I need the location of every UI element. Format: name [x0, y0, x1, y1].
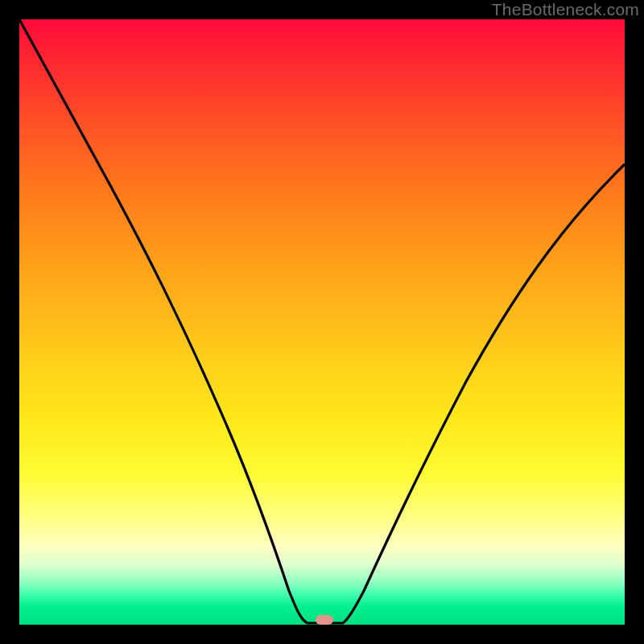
bottleneck-curve: [19, 19, 625, 625]
optimal-marker: [316, 615, 333, 625]
curve-path: [19, 19, 625, 623]
watermark-text: TheBottleneck.com: [492, 0, 639, 19]
plot-area: [19, 19, 625, 625]
chart-frame: TheBottleneck.com: [0, 0, 644, 644]
